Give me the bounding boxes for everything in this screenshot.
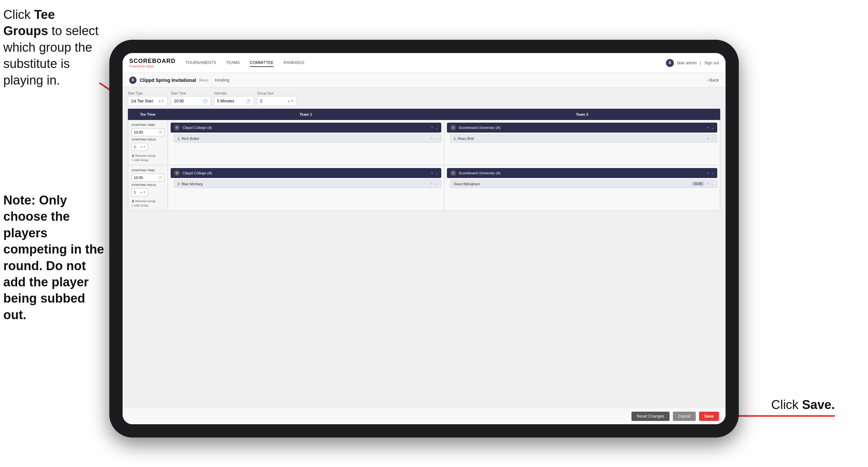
tee-actions-1: 🗑 Remove Group + Add Group [131, 154, 164, 162]
starting-hole-input-1[interactable]: 1 ▲▼ [131, 143, 148, 151]
back-button[interactable]: ‹ Back [707, 78, 719, 83]
player2-entry-2[interactable]: Dave Billingham (SUB) × ⌄ [450, 180, 718, 188]
annotation-text-2: Note: Only choose the players competing … [3, 193, 104, 322]
team2-x-1[interactable]: × [707, 126, 709, 130]
team1-col-1: B Clippd College (A) × ⌄ 1. Rich Butler [168, 120, 444, 165]
intervals-input[interactable]: 5 Minutes 🕐 [214, 96, 254, 106]
team1-entry-2[interactable]: B Clippd College (A) × ⌄ [170, 168, 441, 178]
clock-icon-2: 🕐 [246, 99, 251, 104]
intervals-label: Intervals [214, 91, 254, 95]
sign-out[interactable]: Sign out [704, 61, 719, 65]
bottom-bar: Reset Changes Cancel Save [123, 408, 725, 424]
team2-name-1: Scoreboard University (A) [459, 126, 705, 129]
starting-time-input-1[interactable]: 10:00 🕐 [131, 128, 164, 136]
player2-x-2[interactable]: × [707, 182, 709, 186]
cancel-button[interactable]: Cancel [673, 412, 696, 421]
main-content: Start Type 1st Tee Start ▲▼ Start Time 1… [123, 88, 725, 424]
player2-expand-1[interactable]: ⌄ [711, 136, 714, 141]
team1-entry-1[interactable]: B Clippd College (A) × ⌄ [170, 123, 441, 133]
add-group-btn-2[interactable]: + Add Group [131, 204, 164, 207]
th-tee-time: Tee Time [128, 112, 168, 116]
player1-expand-2[interactable]: ⌄ [435, 182, 438, 186]
player1-controls-2: × ⌄ [431, 182, 437, 186]
player2-controls-1: × ⌄ [707, 136, 714, 141]
team1-x-2[interactable]: × [431, 171, 433, 175]
player2-entry-1[interactable]: 1. Rees Britt × ⌄ [450, 134, 718, 143]
tournament-badge: (Men) [199, 78, 208, 82]
starting-hole-input-2[interactable]: 1 ▲▼ [131, 188, 148, 196]
group-size-group: Group Size 2 ▲▼ [257, 91, 297, 106]
starting-hole-value-1: 1 [134, 145, 136, 149]
nav-committee[interactable]: COMMITTEE [250, 59, 274, 67]
team1-expand-1[interactable]: ⌄ [435, 126, 438, 130]
team1-name-2: Clippd College (A) [183, 171, 428, 175]
remove-group-btn-2[interactable]: 🗑 Remove Group [131, 200, 164, 203]
group-size-label: Group Size [257, 91, 297, 95]
settings-row: Start Type 1st Tee Start ▲▼ Start Time 1… [123, 88, 725, 109]
nav-links: TOURNAMENTS TEAMS COMMITTEE RANKINGS [186, 59, 666, 67]
starting-time-input-2[interactable]: 10:05 🕐 [131, 174, 164, 182]
tablet-screen: SCOREBOARD Powered by clippd TOURNAMENTS… [123, 53, 725, 424]
add-group-btn-1[interactable]: + Add Group [131, 158, 164, 162]
start-type-input[interactable]: 1st Tee Start ▲▼ [128, 96, 168, 106]
team2-x-2[interactable]: × [707, 171, 709, 175]
player1-entry-2[interactable]: 2. Blair McHarg × ⌄ [174, 180, 441, 188]
group-size-input[interactable]: 2 ▲▼ [257, 96, 297, 106]
start-type-group: Start Type 1st Tee Start ▲▼ [128, 91, 168, 106]
team2-name-2: Scoreboard University (A) [459, 171, 705, 175]
reset-changes-button[interactable]: Reset Changes [631, 412, 670, 421]
th-team1: Team 1 [168, 112, 444, 116]
tee-time-col-2: STARTING TIME: 10:05 🕐 STARTING HOLE: 1 … [128, 166, 168, 210]
th-team2: Team 2 [444, 112, 720, 116]
save-button[interactable]: Save [699, 412, 719, 421]
team2-col-1: S Scoreboard University (A) × ⌄ 1. Rees … [444, 120, 720, 165]
annotation-bottom-left: Note: Only choose the players competing … [3, 192, 106, 323]
player2-sub-badge: (SUB) [692, 182, 704, 186]
starting-time-label-2: STARTING TIME: [131, 169, 164, 172]
player1-x-2[interactable]: × [431, 182, 433, 186]
player2-expand-2[interactable]: ⌄ [711, 182, 714, 186]
player2-x-1[interactable]: × [707, 136, 709, 141]
starting-time-label-1: STARTING TIME: [131, 123, 164, 126]
nav-tournaments[interactable]: TOURNAMENTS [186, 59, 216, 67]
tee-group-row-2: STARTING TIME: 10:05 🕐 STARTING HOLE: 1 … [128, 166, 720, 210]
player1-x-1[interactable]: × [431, 136, 433, 141]
logo-sub: Powered by clippd [129, 65, 176, 68]
tee-table: Tee Time Team 1 Team 2 STARTING TIME: 10… [123, 109, 725, 408]
group-size-arrow: ▲▼ [287, 99, 294, 103]
navbar: SCOREBOARD Powered by clippd TOURNAMENTS… [123, 53, 725, 73]
start-type-arrow: ▲▼ [158, 99, 165, 103]
starting-hole-value-2: 1 [134, 190, 136, 194]
tablet-device: SCOREBOARD Powered by clippd TOURNAMENTS… [109, 40, 739, 438]
starting-time-arrows-1: 🕐 [158, 131, 162, 134]
team1-x-1[interactable]: × [431, 126, 433, 130]
nav-rankings[interactable]: RANKINGS [284, 59, 305, 67]
team1-expand-2[interactable]: ⌄ [435, 171, 438, 175]
sub-header: B Clippd Spring Invitational (Men) Hosti… [123, 73, 725, 88]
intervals-value: 5 Minutes [217, 99, 234, 104]
player2-name-1: 1. Rees Britt [454, 137, 704, 141]
player1-entry-1[interactable]: 1. Rich Butler × ⌄ [174, 134, 441, 143]
annotation-bottom-right: Click Save. [771, 398, 835, 412]
team1-icon-1: B [174, 125, 180, 130]
start-type-label: Start Type [128, 91, 168, 95]
remove-group-btn-1[interactable]: 🗑 Remove Group [131, 154, 164, 157]
team2-icon-2: S [450, 170, 456, 176]
annotation-text-1: Click Tee Groups to select which group t… [3, 8, 98, 87]
player2-controls-2: × ⌄ [707, 182, 714, 186]
team1-col-2: B Clippd College (A) × ⌄ 2. Blair McHarg [168, 166, 444, 210]
nav-teams[interactable]: TEAMS [226, 59, 240, 67]
player1-name-2: 2. Blair McHarg [178, 182, 428, 186]
start-time-value: 10:00 [174, 99, 184, 104]
team2-expand-1[interactable]: ⌄ [711, 126, 714, 130]
user-label: blair admin [677, 61, 697, 65]
team2-expand-2[interactable]: ⌄ [711, 171, 714, 175]
starting-hole-label-1: STARTING HOLE: [131, 138, 164, 141]
starting-hole-label-2: STARTING HOLE: [131, 183, 164, 186]
team2-entry-1[interactable]: S Scoreboard University (A) × ⌄ [447, 123, 718, 133]
team2-entry-2[interactable]: S Scoreboard University (A) × ⌄ [447, 168, 718, 178]
annotation-top-left: Click Tee Groups to select which group t… [3, 7, 99, 88]
clock-icon: 🕐 [203, 99, 208, 104]
player1-expand-1[interactable]: ⌄ [435, 136, 438, 141]
start-time-input[interactable]: 10:00 🕐 [171, 96, 211, 106]
